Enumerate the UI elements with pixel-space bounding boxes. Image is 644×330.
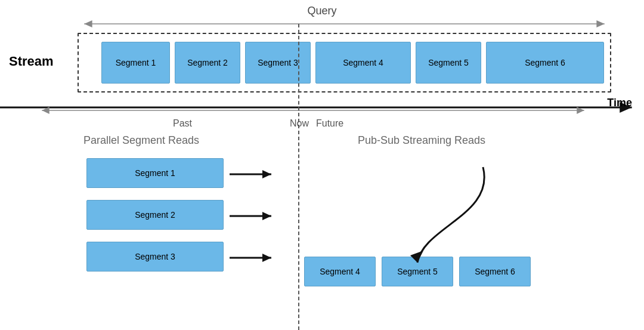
svg-marker-14 xyxy=(410,251,423,263)
arrow-right-3 xyxy=(230,252,283,264)
pubsub-label: Pub-Sub Streaming Reads xyxy=(358,134,485,147)
svg-marker-7 xyxy=(577,107,584,114)
time-label: Time xyxy=(607,97,632,109)
now-line xyxy=(298,24,299,330)
segment-1-top: Segment 1 xyxy=(101,42,170,84)
query-label: Query xyxy=(307,5,336,17)
parallel-reads-label: Parallel Segment Reads xyxy=(83,134,199,147)
segment-4-bottom: Segment 4 xyxy=(304,257,376,286)
svg-marker-1 xyxy=(84,20,92,27)
stream-box: Segment 1 Segment 2 Segment 3 Segment 4 … xyxy=(78,33,611,92)
segment-2-top: Segment 2 xyxy=(175,42,240,84)
segment-4-top: Segment 4 xyxy=(315,42,411,84)
arrow-right-2 xyxy=(230,210,283,222)
diagram-container: Query Stream Segment 1 Segment 2 Segment… xyxy=(0,0,644,330)
svg-marker-13 xyxy=(262,254,271,262)
segment-5-top: Segment 5 xyxy=(416,42,481,84)
curved-arrow xyxy=(388,155,507,275)
svg-marker-11 xyxy=(262,212,271,220)
segment-3-bottom: Segment 3 xyxy=(86,242,224,272)
segment-3-top: Segment 3 xyxy=(245,42,311,84)
segment-6-top: Segment 6 xyxy=(486,42,604,84)
future-label: Future xyxy=(316,118,343,129)
arrow-right-1 xyxy=(230,168,283,180)
past-future-arrow xyxy=(36,104,590,116)
past-label: Past xyxy=(173,118,192,129)
query-arrow xyxy=(78,18,611,30)
svg-marker-9 xyxy=(262,170,271,178)
segment-1-bottom: Segment 1 xyxy=(86,158,224,188)
svg-marker-2 xyxy=(596,20,604,27)
segment-2-bottom: Segment 2 xyxy=(86,200,224,230)
svg-marker-6 xyxy=(42,107,49,114)
now-label: Now xyxy=(290,118,309,129)
stream-label: Stream xyxy=(9,54,54,69)
